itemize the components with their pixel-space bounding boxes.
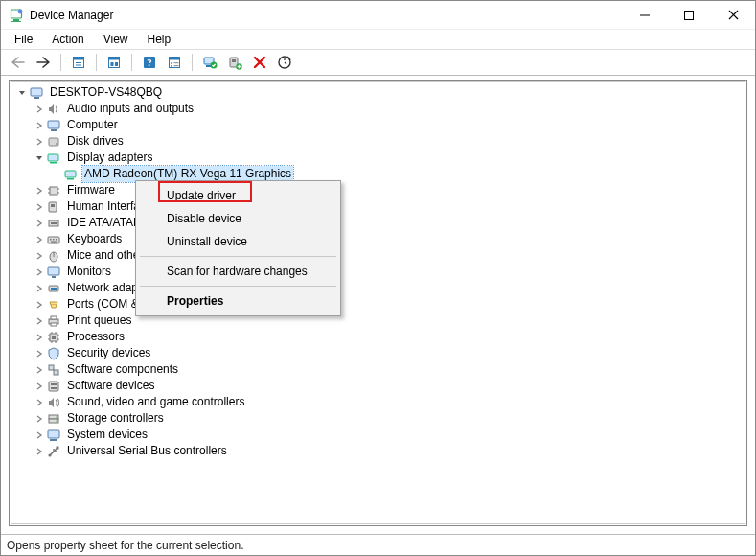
chevron-down-icon[interactable]: [15, 88, 29, 98]
chevron-down-icon[interactable]: [33, 153, 46, 163]
svg-rect-9: [74, 58, 84, 60]
svg-rect-2: [11, 21, 21, 22]
chip-icon: [46, 183, 61, 198]
ctx-uninstall-device[interactable]: Uninstall device: [138, 230, 338, 253]
chevron-right-icon[interactable]: [33, 398, 46, 407]
minimize-button[interactable]: [623, 1, 667, 29]
tree-item-ports[interactable]: Ports (COM & LPT): [11, 296, 745, 313]
tree-item-swcomp[interactable]: Software components: [11, 361, 745, 378]
uninstall-button[interactable]: [248, 52, 271, 73]
cpu-icon: [46, 330, 61, 345]
back-button[interactable]: [7, 52, 30, 73]
ctx-disable-device[interactable]: Disable device: [138, 207, 338, 230]
svg-rect-72: [52, 336, 56, 339]
tree-item-cpu[interactable]: Processors: [11, 329, 745, 345]
chevron-right-icon[interactable]: [33, 251, 46, 261]
chevron-right-icon[interactable]: [33, 202, 46, 212]
svg-rect-62: [52, 276, 56, 278]
toolbar-separator: [60, 54, 61, 71]
svg-rect-57: [56, 239, 57, 241]
forward-button[interactable]: [32, 52, 55, 73]
chevron-right-icon[interactable]: [33, 219, 46, 228]
chevron-right-icon[interactable]: [33, 349, 46, 359]
tree-root[interactable]: DESKTOP-VS48QBQ: [11, 84, 745, 101]
ctx-properties[interactable]: Properties: [138, 290, 338, 313]
tree-item-label: Sound, video and game controllers: [65, 394, 246, 410]
toolbar-separator: [96, 54, 97, 71]
tree-item-computer[interactable]: Computer: [11, 117, 745, 133]
tree-item-label: Firmware: [65, 182, 117, 198]
maximize-button[interactable]: [667, 1, 711, 29]
add-hardware-button[interactable]: [223, 52, 246, 73]
svg-rect-55: [50, 239, 52, 241]
chevron-right-icon[interactable]: [33, 430, 46, 440]
scan-hardware-button[interactable]: [273, 52, 296, 73]
tree-item-monitors[interactable]: Monitors: [11, 264, 745, 280]
chevron-right-icon[interactable]: [33, 235, 46, 244]
tree-item-ide[interactable]: IDE ATA/ATAPI controllers: [11, 215, 745, 231]
tree-item-label: Universal Serial Bus controllers: [65, 443, 229, 459]
chevron-right-icon[interactable]: [33, 382, 46, 391]
toolbar: ?: [1, 49, 755, 76]
tree-item-system[interactable]: System devices: [11, 427, 745, 443]
chevron-right-icon[interactable]: [33, 316, 46, 326]
show-hidden-button[interactable]: [67, 52, 90, 73]
chevron-right-icon[interactable]: [33, 365, 46, 375]
svg-rect-28: [232, 59, 236, 62]
tree-item-swdev[interactable]: Software devices: [11, 378, 745, 394]
svg-rect-84: [51, 383, 57, 385]
chevron-right-icon[interactable]: [33, 104, 46, 114]
menu-file[interactable]: File: [7, 31, 40, 48]
tree-item-firmware[interactable]: Firmware: [11, 182, 745, 198]
svg-rect-90: [48, 430, 59, 438]
shield-icon: [46, 346, 61, 361]
chevron-right-icon[interactable]: [33, 284, 46, 293]
properties-button[interactable]: [103, 52, 126, 73]
menu-help[interactable]: Help: [140, 31, 179, 48]
menu-bar: File Action View Help: [1, 30, 755, 49]
tree-item-security[interactable]: Security devices: [11, 345, 745, 361]
chevron-right-icon[interactable]: [33, 447, 46, 456]
chevron-right-icon[interactable]: [33, 137, 46, 147]
speaker-icon: [46, 102, 61, 117]
svg-rect-13: [109, 58, 120, 60]
tree-item-label: Disk drives: [65, 133, 126, 150]
tree-item-storage[interactable]: Storage controllers: [11, 410, 745, 427]
view-button[interactable]: [163, 52, 186, 73]
svg-rect-85: [51, 387, 57, 389]
chevron-right-icon[interactable]: [33, 414, 46, 424]
menu-action[interactable]: Action: [44, 31, 91, 48]
ctx-update-driver[interactable]: Update driver: [138, 184, 338, 207]
update-driver-button[interactable]: [198, 52, 221, 73]
tree-item-mice[interactable]: Mice and other pointing devices: [11, 247, 745, 264]
close-button[interactable]: [711, 1, 755, 29]
chevron-right-icon[interactable]: [33, 267, 46, 277]
help-button[interactable]: ?: [138, 52, 161, 73]
tree-item-hid[interactable]: Human Interface Devices: [11, 198, 745, 215]
chevron-right-icon[interactable]: [33, 121, 46, 130]
svg-point-3: [18, 9, 23, 13]
svg-rect-64: [51, 288, 57, 290]
ctx-scan-hardware[interactable]: Scan for hardware changes: [138, 260, 338, 283]
tree-item-display[interactable]: Display adapters: [11, 150, 745, 166]
device-tree-panel[interactable]: DESKTOP-VS48QBQ Audio inputs and outputs…: [9, 80, 747, 526]
tree-item-printq[interactable]: Print queues: [11, 313, 745, 329]
tree-item-disk[interactable]: Disk drives: [11, 133, 745, 150]
chevron-right-icon[interactable]: [33, 300, 46, 310]
tree-item-label: System devices: [65, 427, 149, 443]
svg-rect-14: [111, 62, 114, 66]
software-device-icon: [46, 379, 61, 394]
tree-item-sound[interactable]: Sound, video and game controllers: [11, 394, 745, 410]
tree-item-network[interactable]: Network adapters: [11, 280, 745, 296]
chevron-right-icon[interactable]: [33, 186, 46, 196]
monitor-icon: [46, 265, 61, 280]
tree-item-audio[interactable]: Audio inputs and outputs: [11, 101, 745, 117]
svg-rect-35: [31, 88, 42, 96]
chevron-right-icon[interactable]: [33, 333, 46, 342]
svg-rect-56: [53, 239, 55, 241]
tree-item-display-child[interactable]: AMD Radeon(TM) RX Vega 11 Graphics: [11, 166, 745, 182]
app-icon: [9, 8, 24, 23]
menu-view[interactable]: View: [96, 31, 136, 48]
tree-item-keyboards[interactable]: Keyboards: [11, 231, 745, 247]
tree-item-usb[interactable]: Universal Serial Bus controllers: [11, 443, 745, 459]
